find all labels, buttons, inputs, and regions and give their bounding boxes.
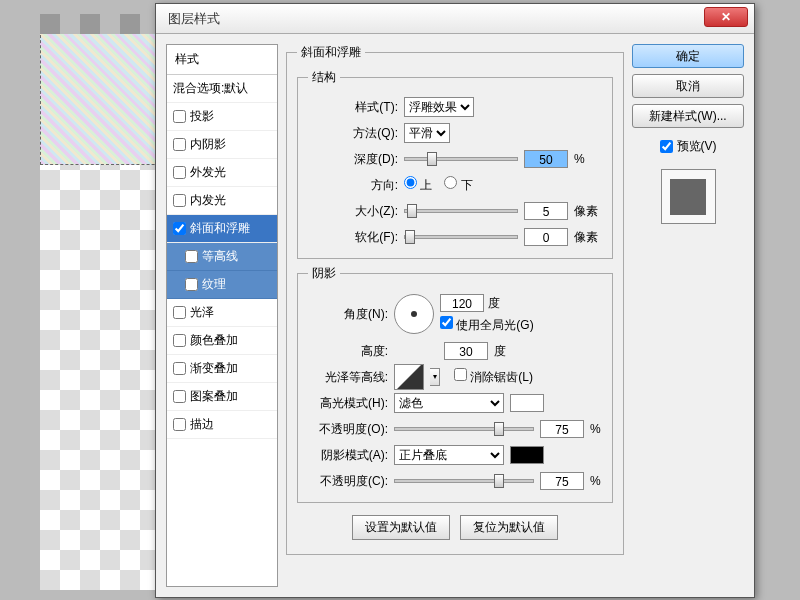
styles-list: 样式 混合选项:默认 投影 内阴影 外发光 内发光 斜面和浮雕 等高线 纹理 光… (166, 44, 278, 587)
style-bevel-emboss[interactable]: 斜面和浮雕 (167, 215, 277, 243)
direction-label: 方向: (308, 177, 398, 194)
checkbox[interactable] (185, 250, 198, 263)
depth-slider[interactable] (404, 157, 518, 161)
style-label: 样式(T): (308, 99, 398, 116)
close-button[interactable]: ✕ (704, 7, 748, 27)
gloss-contour-label: 光泽等高线: (308, 369, 388, 386)
checkbox[interactable] (173, 362, 186, 375)
style-pattern-overlay[interactable]: 图案叠加 (167, 383, 277, 411)
checkbox[interactable] (173, 418, 186, 431)
reset-default-button[interactable]: 复位为默认值 (460, 515, 558, 540)
method-label: 方法(Q): (308, 125, 398, 142)
altitude-label: 高度: (308, 343, 388, 360)
preview-thumbnail (661, 169, 716, 224)
checkbox[interactable] (173, 306, 186, 319)
checkbox[interactable] (173, 110, 186, 123)
shadow-mode-label: 阴影模式(A): (308, 447, 388, 464)
depth-label: 深度(D): (308, 151, 398, 168)
checkbox[interactable] (185, 278, 198, 291)
style-outer-glow[interactable]: 外发光 (167, 159, 277, 187)
style-color-overlay[interactable]: 颜色叠加 (167, 327, 277, 355)
highlight-opacity-label: 不透明度(O): (308, 421, 388, 438)
soften-label: 软化(F): (308, 229, 398, 246)
style-contour[interactable]: 等高线 (167, 243, 277, 271)
size-value[interactable]: 5 (524, 202, 568, 220)
dir-down-radio[interactable]: 下 (444, 176, 472, 194)
shadow-color-swatch[interactable] (510, 446, 544, 464)
style-drop-shadow[interactable]: 投影 (167, 103, 277, 131)
preview-checkbox[interactable] (660, 140, 673, 153)
size-slider[interactable] (404, 209, 518, 213)
method-select[interactable]: 平滑 (404, 123, 450, 143)
make-default-button[interactable]: 设置为默认值 (352, 515, 450, 540)
contour-swatch[interactable] (394, 364, 424, 390)
style-texture[interactable]: 纹理 (167, 271, 277, 299)
soften-value[interactable]: 0 (524, 228, 568, 246)
bevel-legend: 斜面和浮雕 (297, 44, 365, 61)
global-light-checkbox[interactable]: 使用全局光(G) (440, 316, 534, 334)
titlebar: 图层样式 ✕ (156, 4, 754, 34)
highlight-opacity-slider[interactable] (394, 427, 534, 431)
blend-options-row[interactable]: 混合选项:默认 (167, 75, 277, 103)
ok-button[interactable]: 确定 (632, 44, 744, 68)
layer-style-dialog: 图层样式 ✕ 样式 混合选项:默认 投影 内阴影 外发光 内发光 斜面和浮雕 等… (155, 3, 755, 598)
angle-dial[interactable] (394, 294, 434, 334)
styles-header: 样式 (167, 45, 277, 75)
checkbox[interactable] (173, 138, 186, 151)
preview-label: 预览(V) (677, 138, 717, 155)
shading-legend: 阴影 (308, 265, 340, 282)
antialias-checkbox[interactable]: 消除锯齿(L) (454, 368, 533, 386)
shadow-opacity-label: 不透明度(C): (308, 473, 388, 490)
highlight-mode-label: 高光模式(H): (308, 395, 388, 412)
size-label: 大小(Z): (308, 203, 398, 220)
angle-label: 角度(N): (308, 306, 388, 323)
checkbox[interactable] (173, 390, 186, 403)
highlight-opacity-value[interactable]: 75 (540, 420, 584, 438)
style-satin[interactable]: 光泽 (167, 299, 277, 327)
depth-value[interactable]: 50 (524, 150, 568, 168)
bevel-fieldset: 斜面和浮雕 结构 样式(T):浮雕效果 方法(Q):平滑 深度(D):50% 方… (286, 44, 624, 555)
new-style-button[interactable]: 新建样式(W)... (632, 104, 744, 128)
shadow-mode-select[interactable]: 正片叠底 (394, 445, 504, 465)
style-gradient-overlay[interactable]: 渐变叠加 (167, 355, 277, 383)
highlight-mode-select[interactable]: 滤色 (394, 393, 504, 413)
structure-legend: 结构 (308, 69, 340, 86)
checkbox[interactable] (173, 222, 186, 235)
angle-value[interactable]: 120 (440, 294, 484, 312)
style-stroke[interactable]: 描边 (167, 411, 277, 439)
highlight-color-swatch[interactable] (510, 394, 544, 412)
shading-fieldset: 阴影 角度(N): 120度 使用全局光(G) 高度:30度 光泽等高线:▾ 消… (297, 265, 613, 503)
contour-dropdown[interactable]: ▾ (430, 368, 440, 386)
altitude-value[interactable]: 30 (444, 342, 488, 360)
soften-slider[interactable] (404, 235, 518, 239)
style-inner-shadow[interactable]: 内阴影 (167, 131, 277, 159)
structure-fieldset: 结构 样式(T):浮雕效果 方法(Q):平滑 深度(D):50% 方向: 上 下… (297, 69, 613, 259)
style-select[interactable]: 浮雕效果 (404, 97, 474, 117)
checkbox[interactable] (173, 334, 186, 347)
cancel-button[interactable]: 取消 (632, 74, 744, 98)
checkbox[interactable] (173, 166, 186, 179)
style-inner-glow[interactable]: 内发光 (167, 187, 277, 215)
settings-panel: 斜面和浮雕 结构 样式(T):浮雕效果 方法(Q):平滑 深度(D):50% 方… (286, 44, 624, 587)
shadow-opacity-slider[interactable] (394, 479, 534, 483)
dialog-title: 图层样式 (168, 10, 220, 28)
right-buttons: 确定 取消 新建样式(W)... 预览(V) (632, 44, 744, 587)
shadow-opacity-value[interactable]: 75 (540, 472, 584, 490)
dir-up-radio[interactable]: 上 (404, 176, 432, 194)
checkbox[interactable] (173, 194, 186, 207)
